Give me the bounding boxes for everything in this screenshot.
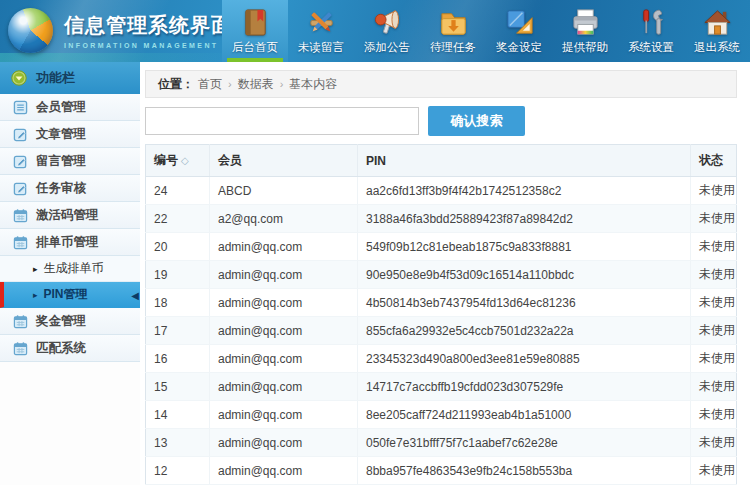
nav-item[interactable]: 后台首页 — [222, 0, 288, 62]
nav-item[interactable]: 待理任务 — [420, 0, 486, 62]
sidebar-subitem[interactable]: ▸PIN管理◀ — [0, 282, 140, 308]
cell-status: 未使用 — [691, 261, 737, 289]
search-confirm-button[interactable]: 确认搜索 — [428, 106, 525, 136]
cell-member: admin@qq.com — [210, 233, 358, 261]
cell-member: admin@qq.com — [210, 317, 358, 345]
sidebar-item[interactable]: 排单币管理 — [0, 229, 140, 256]
sidebar-item-label: 会员管理 — [36, 99, 86, 116]
table-row: 24ABCDaa2c6fd13ff3b9f4f42b1742512358c2未使… — [146, 177, 737, 205]
cell-member: admin@qq.com — [210, 261, 358, 289]
sidebar-header[interactable]: 功能栏 — [0, 62, 140, 94]
nav-item[interactable]: 系统设置 — [618, 0, 684, 62]
logo-globe-icon — [8, 8, 53, 53]
cell-id: 20 — [146, 233, 210, 261]
cell-id: 16 — [146, 345, 210, 373]
nav-item[interactable]: 奖金设定 — [486, 0, 552, 62]
breadcrumb-separator-icon: › — [228, 78, 232, 90]
nav-item[interactable]: 添加公告 — [354, 0, 420, 62]
pencil-icon — [306, 6, 337, 39]
cell-id: 12 — [146, 457, 210, 485]
nav-item-label: 提供帮助 — [562, 40, 608, 55]
sidebar-item[interactable]: 会员管理 — [0, 94, 140, 121]
triangle-bullet-icon: ▸ — [33, 264, 38, 274]
nav-item-label: 退出系统 — [694, 40, 740, 55]
cell-id: 18 — [146, 289, 210, 317]
nav-item[interactable]: 未读留言 — [288, 0, 354, 62]
sidebar-item[interactable]: 匹配系统 — [0, 335, 140, 362]
search-bar: 确认搜索 — [145, 106, 737, 136]
sidebar-item-label: 排单币管理 — [36, 234, 99, 251]
sidebar-item[interactable]: 留言管理 — [0, 148, 140, 175]
nav-item[interactable]: 退出系统 — [684, 0, 750, 62]
cell-id: 13 — [146, 429, 210, 457]
column-header[interactable]: 编号◇ — [146, 145, 210, 177]
table-row: 20admin@qq.com549f09b12c81ebeab1875c9a83… — [146, 233, 737, 261]
table-row: 13admin@qq.com050fe7e31bfff75f7c1aabef7c… — [146, 429, 737, 457]
table-header: 编号◇会员PIN状态 — [146, 145, 737, 177]
cell-member: ABCD — [210, 177, 358, 205]
sidebar-item[interactable]: 任务审核 — [0, 175, 140, 202]
nav-item-label: 添加公告 — [364, 40, 410, 55]
book-icon — [240, 6, 271, 39]
calendar-icon — [13, 235, 28, 250]
sidebar-item-label: 匹配系统 — [36, 340, 86, 357]
cell-pin: 4b50814b3eb7437954fd13d64ec81236 — [358, 289, 691, 317]
cell-id: 22 — [146, 205, 210, 233]
sidebar-item-label: 留言管理 — [36, 153, 86, 170]
breadcrumb: 位置： 首页›数据表›基本内容 — [145, 70, 737, 98]
folder-download-icon — [438, 6, 469, 39]
cell-status: 未使用 — [691, 401, 737, 429]
pin-table: 编号◇会员PIN状态 24ABCDaa2c6fd13ff3b9f4f42b174… — [145, 144, 737, 485]
calendar-icon — [13, 314, 28, 329]
breadcrumb-item[interactable]: 首页 — [198, 77, 222, 91]
cell-pin: 14717c7accbffb19cfdd023d307529fe — [358, 373, 691, 401]
sidebar-item[interactable]: 文章管理 — [0, 121, 140, 148]
sidebar-item-label: 文章管理 — [36, 126, 86, 143]
table-row: 18admin@qq.com4b50814b3eb7437954fd13d64e… — [146, 289, 737, 317]
edit-icon — [13, 154, 28, 169]
cell-member: admin@qq.com — [210, 429, 358, 457]
printer-icon — [570, 6, 601, 39]
calendar-icon — [13, 208, 28, 223]
list-icon — [13, 100, 28, 115]
column-header-label: 会员 — [218, 153, 242, 167]
breadcrumb-label: 位置： — [158, 76, 194, 93]
sidebar-subitem[interactable]: ▸生成排单币 — [0, 256, 140, 282]
sidebar-item-label: 任务审核 — [36, 180, 86, 197]
breadcrumb-item[interactable]: 数据表 — [238, 77, 274, 91]
cell-status: 未使用 — [691, 345, 737, 373]
cell-status: 未使用 — [691, 317, 737, 345]
cell-id: 14 — [146, 401, 210, 429]
ruler-icon — [504, 6, 535, 39]
sidebar-item[interactable]: 激活码管理 — [0, 202, 140, 229]
sort-icon: ◇ — [181, 155, 189, 166]
sidebar-header-label: 功能栏 — [36, 69, 75, 87]
cell-member: admin@qq.com — [210, 457, 358, 485]
sidebar-item[interactable]: 奖金管理 — [0, 308, 140, 335]
nav-item-label: 未读留言 — [298, 40, 344, 55]
nav-item[interactable]: 提供帮助 — [552, 0, 618, 62]
cell-member: admin@qq.com — [210, 345, 358, 373]
circle-arrow-icon — [11, 70, 27, 86]
cell-status: 未使用 — [691, 373, 737, 401]
sidebar-item-label: 激活码管理 — [36, 207, 99, 224]
breadcrumb-item[interactable]: 基本内容 — [289, 77, 337, 91]
megaphone-icon — [372, 6, 403, 39]
cell-pin: 90e950e8e9b4f53d09c16514a110bbdc — [358, 261, 691, 289]
edit-icon — [13, 127, 28, 142]
table-row: 14admin@qq.com8ee205caff724d211993eab4b1… — [146, 401, 737, 429]
table-body: 24ABCDaa2c6fd13ff3b9f4f42b1742512358c2未使… — [146, 177, 737, 485]
sidebar-subitem-label: 生成排单币 — [44, 260, 104, 277]
cell-pin: 23345323d490a800ed3ee81e59e80885 — [358, 345, 691, 373]
search-input[interactable] — [145, 107, 419, 135]
table-row: 12admin@qq.com8bba957fe4863543e9fb24c158… — [146, 457, 737, 485]
table-row: 16admin@qq.com23345323d490a800ed3ee81e59… — [146, 345, 737, 373]
cell-pin: aa2c6fd13ff3b9f4f42b1742512358c2 — [358, 177, 691, 205]
header: 信息管理系统界面 INFORMATION MANAGEMENT SYSTEM G… — [0, 0, 750, 62]
nav-item-label: 奖金设定 — [496, 40, 542, 55]
cell-id: 24 — [146, 177, 210, 205]
nav-item-label: 系统设置 — [628, 40, 674, 55]
breadcrumb-items: 首页›数据表›基本内容 — [198, 76, 337, 93]
cell-status: 未使用 — [691, 177, 737, 205]
column-header: 状态 — [691, 145, 737, 177]
